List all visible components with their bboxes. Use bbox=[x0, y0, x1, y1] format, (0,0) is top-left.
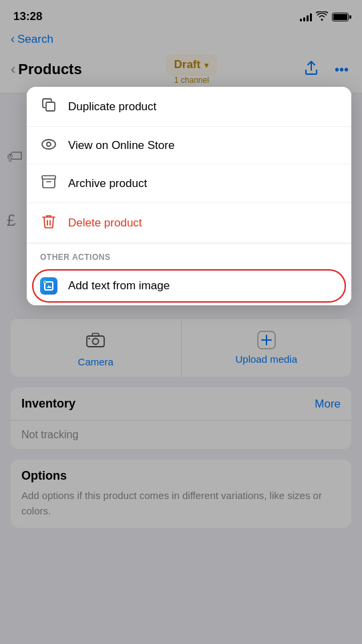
other-actions-label: OTHER ACTIONS bbox=[40, 253, 110, 262]
archive-product-label: Archive product bbox=[68, 177, 147, 190]
view-store-item[interactable]: View on Online Store bbox=[27, 127, 351, 164]
svg-point-9 bbox=[47, 142, 51, 146]
delete-product-label: Delete product bbox=[68, 216, 142, 230]
other-actions-header: OTHER ACTIONS bbox=[27, 243, 351, 267]
add-from-image-icon bbox=[40, 277, 57, 295]
add-text-from-image-item[interactable]: Add text from image bbox=[27, 267, 351, 305]
add-text-from-image-label: Add text from image bbox=[68, 279, 170, 293]
svg-rect-10 bbox=[42, 176, 55, 179]
duplicate-product-item[interactable]: Duplicate product bbox=[27, 87, 351, 127]
svg-point-8 bbox=[42, 140, 55, 149]
archive-icon bbox=[40, 175, 57, 192]
archive-product-item[interactable]: Archive product bbox=[27, 164, 351, 203]
dropdown-menu: Duplicate product View on Online Store A… bbox=[27, 87, 351, 305]
svg-rect-7 bbox=[46, 102, 55, 111]
view-store-label: View on Online Store bbox=[68, 139, 174, 152]
delete-product-item[interactable]: Delete product bbox=[27, 203, 351, 243]
duplicate-product-label: Duplicate product bbox=[68, 100, 156, 114]
trash-icon bbox=[40, 214, 57, 232]
eye-icon bbox=[40, 138, 57, 153]
copy-icon bbox=[40, 98, 57, 116]
